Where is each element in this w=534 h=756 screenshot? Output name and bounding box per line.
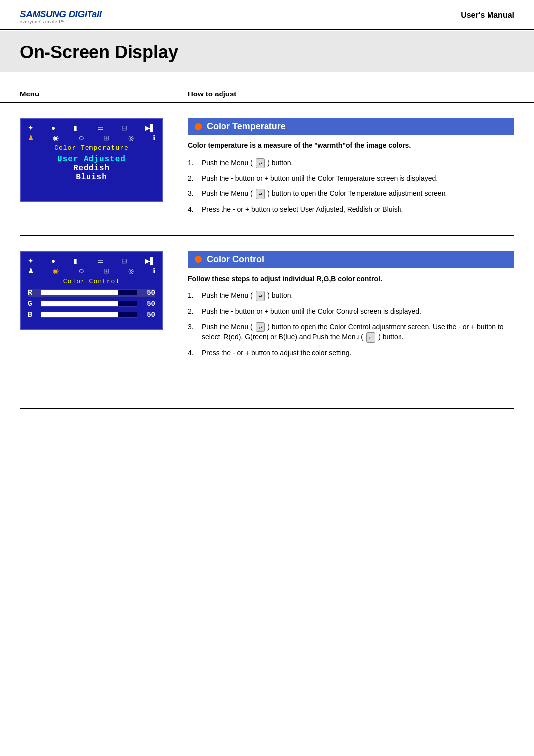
color-temperature-desc: Color temperature is a measure of the "w… bbox=[188, 141, 514, 151]
step-3-num: 3. bbox=[188, 189, 202, 199]
page-title-bar: On-Screen Display bbox=[0, 31, 534, 72]
how-column-header: How to adjust bbox=[188, 90, 514, 98]
step-1-num: 1. bbox=[188, 158, 202, 169]
color-temperature-title: Color Temperature bbox=[207, 121, 286, 132]
b-label: B bbox=[28, 311, 38, 319]
step-3-text: Push the Menu ( ↵ ) button to open the C… bbox=[202, 189, 514, 199]
r-bar bbox=[41, 290, 137, 296]
ctrl-brightness-icon: ✦ bbox=[28, 257, 34, 265]
step-2-text: Push the - button or + button until the … bbox=[202, 173, 514, 184]
ctrl-step-3: 3. Push the Menu ( ↵ ) button to open th… bbox=[188, 322, 514, 343]
color-control-content: Color Control Follow these steps to adju… bbox=[188, 251, 514, 363]
color-temperature-steps: 1. Push the Menu ( ↵ ) button. 2. Push t… bbox=[188, 158, 514, 215]
osd-g-row: G 50 bbox=[28, 300, 155, 308]
ctrl-step-4-num: 4. bbox=[188, 348, 202, 358]
r-bar-fill bbox=[41, 290, 118, 295]
samsung-logo: SAMSUNG DIGITall everyone's invited™ bbox=[20, 9, 101, 24]
manual-title: User's Manual bbox=[461, 9, 514, 20]
ctrl-image-icon: ◧ bbox=[73, 257, 80, 265]
ctrl-step-1: 1. Push the Menu ( ↵ ) button. bbox=[188, 290, 514, 301]
menu-column-header: Menu bbox=[20, 90, 188, 98]
step-1: 1. Push the Menu ( ↵ ) button. bbox=[188, 158, 514, 169]
g-bar bbox=[41, 301, 137, 307]
osd-temp-label: Color Temperature bbox=[28, 144, 155, 152]
menu-btn-icon: ↵ bbox=[256, 158, 265, 169]
color-temperature-section: ✦ ● ◧ ▭ ⊟ ▶▌ ♟ ◉ ☺ ⊞ ◎ ℹ Color Temperatu… bbox=[0, 103, 534, 235]
ctrl-contrast-icon: ● bbox=[51, 257, 55, 265]
b-bar-fill bbox=[41, 312, 118, 317]
osd-icon5: ◎ bbox=[128, 134, 134, 142]
step-1-text: Push the Menu ( ↵ ) button. bbox=[202, 158, 514, 169]
brightness-icon: ✦ bbox=[28, 124, 34, 132]
ctrl-setup-icon: ▶▌ bbox=[145, 257, 155, 265]
page-header: SAMSUNG DIGITall everyone's invited™ Use… bbox=[0, 0, 534, 30]
r-value: 50 bbox=[140, 289, 155, 297]
logo-tagline: everyone's invited™ bbox=[20, 19, 65, 24]
setup-icon: ▶▌ bbox=[145, 124, 155, 132]
image-icon: ◧ bbox=[73, 124, 80, 132]
osd-icons-row2: ♟ ◉ ☺ ⊞ ◎ ℹ bbox=[28, 134, 155, 142]
color-control-section: ✦ ● ◧ ▭ ⊟ ▶▌ ♟ ◉ ☺ ⊞ ◎ ℹ Color Control R… bbox=[0, 236, 534, 378]
ctrl-step-2: 2. Push the - button or + button until t… bbox=[188, 306, 514, 317]
ctrl-icon6: ℹ bbox=[153, 267, 155, 275]
color-control-steps: 1. Push the Menu ( ↵ ) button. 2. Push t… bbox=[188, 290, 514, 358]
page-title: On-Screen Display bbox=[20, 42, 514, 63]
g-value: 50 bbox=[140, 300, 155, 308]
osd-item-user-adjusted: User Adjusted bbox=[28, 155, 155, 164]
ctrl-step-2-num: 2. bbox=[188, 306, 202, 317]
ctrl-icon5: ◎ bbox=[128, 267, 134, 275]
ctrl-menu-btn-3b: ↵ bbox=[366, 332, 376, 343]
ctrl-selected-icon: ◉ bbox=[53, 267, 59, 275]
color-temperature-osd: ✦ ● ◧ ▭ ⊟ ▶▌ ♟ ◉ ☺ ⊞ ◎ ℹ Color Temperatu… bbox=[20, 118, 163, 202]
step-2-num: 2. bbox=[188, 173, 202, 184]
osd-r-row: R 50 bbox=[28, 289, 155, 297]
ctrl-step-1-text: Push the Menu ( ↵ ) button. bbox=[202, 290, 514, 301]
ctrl-step-3-num: 3. bbox=[188, 322, 202, 343]
r-label: R bbox=[28, 289, 38, 297]
ctrl-icon1: ♟ bbox=[28, 267, 34, 275]
osd-ctrl-label: Color Control bbox=[28, 278, 155, 285]
color-temperature-content: Color Temperature Color temperature is a… bbox=[188, 118, 514, 220]
ctrl-step-2-text: Push the - button or + button until the … bbox=[202, 306, 514, 317]
osd-item-bluish: Bluish bbox=[28, 173, 155, 182]
contrast-icon: ● bbox=[51, 124, 55, 132]
color-control-osd: ✦ ● ◧ ▭ ⊟ ▶▌ ♟ ◉ ☺ ⊞ ◎ ℹ Color Control R… bbox=[20, 251, 163, 330]
g-label: G bbox=[28, 300, 38, 308]
heading-dot bbox=[195, 123, 202, 130]
osd-ctrl-icons-row1: ✦ ● ◧ ▭ ⊟ ▶▌ bbox=[28, 257, 155, 265]
step-4: 4. Press the - or + button to select Use… bbox=[188, 204, 514, 215]
osd-icon4: ⊞ bbox=[103, 134, 109, 142]
b-bar bbox=[41, 312, 137, 318]
step-4-text: Press the - or + button to select User A… bbox=[202, 204, 514, 215]
osd-icons-row1: ✦ ● ◧ ▭ ⊟ ▶▌ bbox=[28, 124, 155, 132]
color-control-heading: Color Control bbox=[188, 251, 514, 268]
osd-item-reddish: Reddish bbox=[28, 164, 155, 173]
osd-icon6: ℹ bbox=[153, 134, 155, 142]
ctrl-heading-dot bbox=[195, 256, 202, 263]
step-4-num: 4. bbox=[188, 204, 202, 215]
ctrl-icon3: ☺ bbox=[78, 267, 85, 275]
ctrl-step-1-num: 1. bbox=[188, 290, 202, 301]
osd-icon3: ☺ bbox=[78, 134, 85, 142]
osd-ctrl-icons-row2: ♟ ◉ ☺ ⊞ ◎ ℹ bbox=[28, 267, 155, 275]
logo-text: SAMSUNG DIGITall bbox=[20, 9, 101, 20]
ctrl-step-3-text: Push the Menu ( ↵ ) button to open the C… bbox=[202, 322, 514, 343]
color-temperature-heading: Color Temperature bbox=[188, 118, 514, 135]
ctrl-step-4-text: Press the - or + button to adjust the co… bbox=[202, 348, 514, 358]
step-2: 2. Push the - button or + button until t… bbox=[188, 173, 514, 184]
color-control-desc: Follow these steps to adjust individual … bbox=[188, 274, 514, 284]
menu-btn-icon-3: ↵ bbox=[256, 189, 265, 199]
osd-icon2: ◉ bbox=[53, 134, 59, 142]
ctrl-size-icon: ▭ bbox=[97, 257, 104, 265]
osd-selected-icon: ♟ bbox=[28, 134, 34, 142]
ctrl-menu-btn-3a: ↵ bbox=[256, 322, 265, 332]
ctrl-menu-btn-1: ↵ bbox=[256, 291, 265, 301]
ctrl-step-4: 4. Press the - or + button to adjust the… bbox=[188, 348, 514, 358]
b-value: 50 bbox=[140, 311, 155, 319]
color-control-title: Color Control bbox=[207, 254, 264, 265]
osd-temp-items: User Adjusted Reddish Bluish bbox=[28, 155, 155, 182]
osd-b-row: B 50 bbox=[28, 311, 155, 319]
ctrl-position-icon: ⊟ bbox=[121, 257, 127, 265]
position-icon: ⊟ bbox=[121, 124, 127, 132]
column-headers: Menu How to adjust bbox=[0, 81, 534, 103]
